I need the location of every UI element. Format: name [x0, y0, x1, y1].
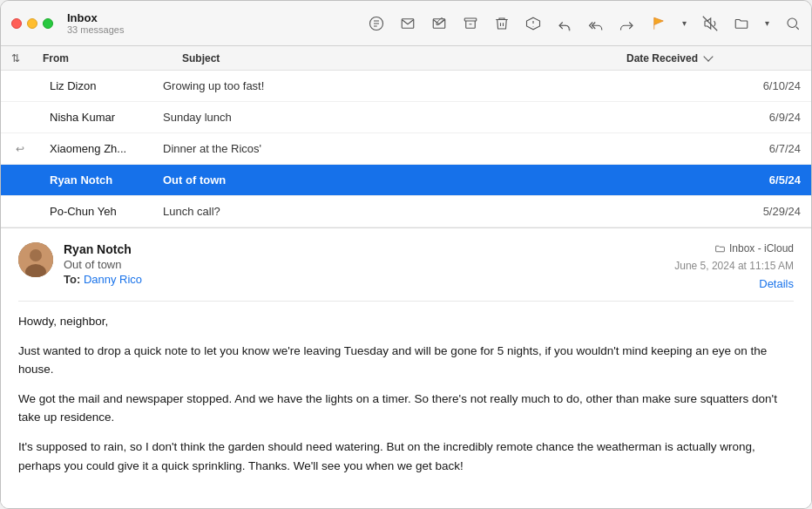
- title-info: Inbox 33 messages: [67, 11, 124, 35]
- title-bar: Inbox 33 messages: [1, 1, 811, 46]
- avatar-initials: [18, 242, 53, 277]
- sender-name: Nisha Kumar: [50, 111, 163, 124]
- subject-column-header: Subject: [182, 52, 626, 64]
- minimize-button[interactable]: [27, 18, 37, 29]
- message-row[interactable]: Po-Chun Yeh Lunch call? 5/29/24: [1, 196, 811, 227]
- details-link[interactable]: Details: [759, 277, 794, 290]
- body-paragraph-2: Just wanted to drop a quick note to let …: [18, 342, 794, 379]
- message-date: 5/29/24: [626, 205, 801, 218]
- message-date: 6/9/24: [626, 111, 801, 124]
- email-header-right: Inbox - iCloud June 5, 2024 at 11:15 AM …: [674, 242, 794, 290]
- sort-controls[interactable]: ⇅: [11, 52, 29, 64]
- folder-icon[interactable]: [734, 16, 749, 31]
- message-date: 6/7/24: [626, 142, 801, 155]
- close-button[interactable]: [11, 18, 22, 29]
- email-header-meta: Ryan Notch Out of town To: Danny Rico: [64, 242, 674, 286]
- sender-name: Ryan Notch: [64, 242, 674, 256]
- email-header: Ryan Notch Out of town To: Danny Rico In…: [18, 242, 794, 290]
- flag-dropdown-icon[interactable]: ▾: [682, 18, 687, 28]
- body-paragraph-1: Howdy, neighbor,: [18, 312, 794, 331]
- svg-rect-3: [464, 18, 477, 21]
- to-recipient[interactable]: Danny Rico: [84, 273, 142, 286]
- message-subject: Dinner at the Ricos': [163, 142, 626, 155]
- message-subject: Sunday lunch: [163, 111, 626, 124]
- body-paragraph-3: We got the mail and newspaper stopped. A…: [18, 390, 794, 427]
- window-title: Inbox: [67, 11, 124, 24]
- email-to: To: Danny Rico: [64, 273, 674, 286]
- message-row[interactable]: Ryan Notch Out of town 6/5/24: [1, 165, 811, 196]
- svg-rect-1: [402, 18, 414, 28]
- folder-small-icon: [714, 243, 726, 254]
- message-subject: Growing up too fast!: [163, 79, 626, 92]
- message-row[interactable]: ↩ Xiaomeng Zh... Dinner at the Ricos' 6/…: [1, 133, 811, 165]
- message-row[interactable]: Liz Dizon Growing up too fast! 6/10/24: [1, 71, 811, 102]
- avatar: [18, 242, 53, 277]
- svg-point-8: [30, 249, 42, 261]
- toolbar: ▾ ▾: [369, 16, 801, 31]
- email-subject: Out of town: [64, 258, 674, 271]
- sender-name: Liz Dizon: [50, 79, 163, 92]
- sort-icon[interactable]: ⇅: [11, 52, 20, 64]
- reply-indicator: ↩: [11, 143, 29, 155]
- mail-icon[interactable]: [400, 16, 416, 31]
- sender-name: Ryan Notch: [50, 173, 163, 187]
- sender-name: Xiaomeng Zh...: [50, 142, 163, 155]
- message-date: 6/10/24: [626, 79, 801, 92]
- search-icon[interactable]: [785, 16, 801, 31]
- message-subject: Out of town: [163, 173, 626, 187]
- date-column-header: Date Received: [626, 52, 801, 64]
- email-body: Howdy, neighbor, Just wanted to drop a q…: [18, 301, 794, 475]
- message-count: 33 messages: [67, 24, 124, 35]
- message-row[interactable]: Nisha Kumar Sunday lunch 6/9/24: [1, 102, 811, 133]
- message-date: 6/5/24: [626, 173, 801, 187]
- reply-all-icon[interactable]: [588, 16, 604, 31]
- main-content: ⇅ From Subject Date Received Liz Dizon G…: [1, 46, 811, 508]
- date-sort-chevron[interactable]: [703, 51, 713, 61]
- inbox-label: Inbox - iCloud: [714, 242, 794, 254]
- junk-icon[interactable]: [525, 16, 541, 31]
- traffic-lights: [11, 18, 53, 29]
- folder-dropdown-icon[interactable]: ▾: [765, 18, 769, 28]
- message-list: ⇅ From Subject Date Received Liz Dizon G…: [1, 46, 811, 228]
- forward-icon[interactable]: [619, 16, 635, 31]
- trash-icon[interactable]: [494, 16, 510, 31]
- flag-icon[interactable]: [651, 16, 667, 31]
- mute-icon[interactable]: [702, 16, 718, 31]
- inbox-label-text: Inbox - iCloud: [729, 242, 794, 254]
- archive-icon[interactable]: [463, 16, 478, 31]
- sender-name: Po-Chun Yeh: [50, 205, 163, 218]
- from-column-header: From: [43, 52, 182, 64]
- email-detail: Ryan Notch Out of town To: Danny Rico In…: [1, 228, 811, 508]
- compose-icon[interactable]: [431, 16, 447, 31]
- to-label: To:: [64, 273, 80, 286]
- list-header: ⇅ From Subject Date Received: [1, 46, 811, 71]
- message-subject: Lunch call?: [163, 205, 626, 218]
- email-date-time: June 5, 2024 at 11:15 AM: [674, 260, 794, 272]
- reply-icon[interactable]: [557, 16, 572, 31]
- svg-point-6: [788, 18, 797, 28]
- body-paragraph-4: It's supposed to rain, so I don't think …: [18, 438, 794, 475]
- maximize-button[interactable]: [43, 18, 53, 29]
- note-icon[interactable]: [369, 16, 384, 31]
